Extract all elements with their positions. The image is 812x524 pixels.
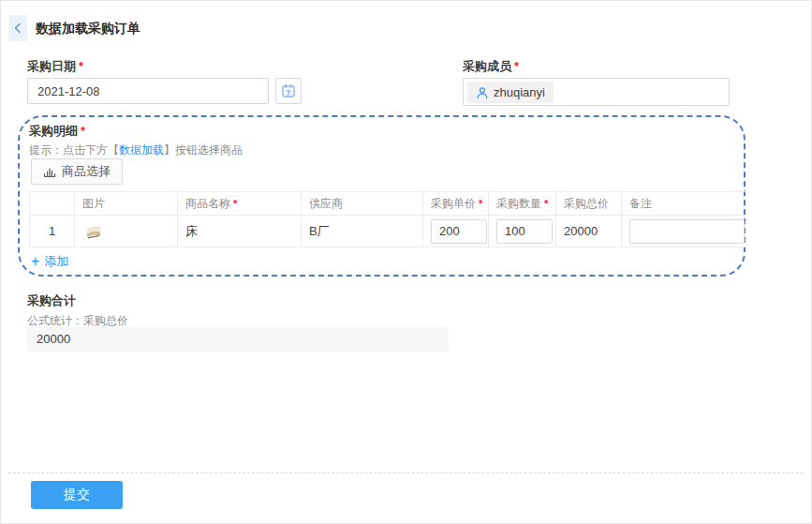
row-supplier: B厂 [302, 216, 423, 247]
row-quantity-cell [489, 216, 556, 247]
purchase-total-label: 采购合计 [27, 292, 76, 309]
col-header-index [30, 192, 75, 216]
detail-table: 图片 商品名称* 供应商 采购单价* 采购数量* 采购总价 备注 1 [29, 191, 746, 247]
quantity-input[interactable] [496, 219, 553, 244]
purchase-date-label: 采购日期* [27, 58, 83, 75]
back-button[interactable] [8, 15, 27, 41]
table-header-row: 图片 商品名称* 供应商 采购单价* 采购数量* 采购总价 备注 [30, 192, 746, 216]
add-link-label: 添加 [44, 253, 68, 270]
submit-button[interactable]: 提交 [31, 481, 123, 509]
bar-chart-icon [43, 165, 56, 178]
page-title: 数据加载采购订单 [36, 21, 140, 36]
unit-price-input[interactable] [431, 219, 487, 244]
purchase-member-label: 采购成员* [463, 58, 519, 75]
chevron-left-icon [12, 22, 23, 34]
remark-input[interactable] [629, 219, 745, 244]
purchase-member-input[interactable]: zhuqianyi [463, 78, 730, 106]
row-total-price: 20000 [556, 216, 622, 247]
detail-hint-text: 提示：点击下方【数据加载】按钮选择商品 [29, 142, 243, 158]
footer-divider [8, 472, 804, 473]
purchase-detail-label: 采购明细* [29, 123, 85, 140]
required-asterisk: * [79, 59, 83, 73]
col-header-product-name: 商品名称* [178, 192, 302, 216]
row-unit-price-cell [423, 216, 489, 247]
table-row: 1 床 B厂 20000 [30, 216, 746, 247]
purchase-total-value: 20000 [27, 327, 449, 352]
product-bed-photo [82, 220, 105, 243]
col-header-quantity: 采购数量* [489, 192, 556, 216]
person-icon [476, 86, 489, 99]
col-header-supplier: 供应商 [302, 192, 423, 216]
purchase-date-input[interactable] [27, 78, 269, 104]
product-select-label: 商品选择 [62, 163, 111, 180]
product-select-button[interactable]: 商品选择 [31, 158, 123, 185]
member-name: zhuqianyi [494, 85, 545, 99]
col-header-total-price: 采购总价 [556, 192, 622, 216]
calendar-picker-button[interactable] [275, 78, 302, 104]
required-asterisk: * [514, 59, 519, 73]
col-header-remark: 备注 [622, 192, 746, 216]
add-row-link[interactable]: + 添加 [31, 253, 68, 270]
calendar-icon [281, 83, 296, 98]
purchase-order-form-page: 数据加载采购订单 采购日期* 采购成员* zhuqianyi 采购明 [0, 0, 812, 524]
required-asterisk: * [544, 198, 548, 209]
required-asterisk: * [81, 124, 85, 138]
plus-icon: + [31, 255, 39, 268]
member-chip[interactable]: zhuqianyi [467, 82, 554, 103]
required-asterisk: * [233, 198, 237, 209]
col-header-image: 图片 [75, 192, 178, 216]
row-product-name: 床 [178, 216, 302, 247]
row-remark-cell [622, 216, 746, 247]
row-image-cell [75, 216, 178, 247]
data-load-hint-keyword: 数据加载 [119, 143, 164, 157]
required-asterisk: * [479, 198, 482, 209]
row-index: 1 [30, 216, 75, 247]
col-header-unit-price: 采购单价* [423, 192, 489, 216]
